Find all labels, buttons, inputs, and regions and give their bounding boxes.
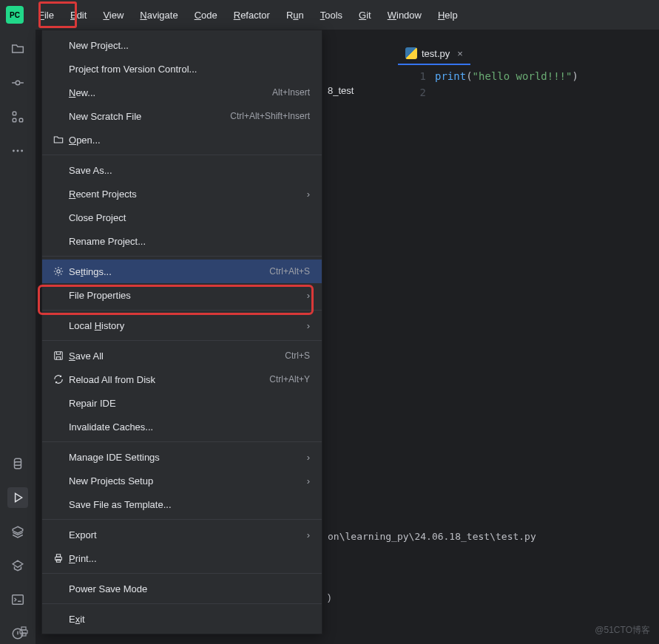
file-menu-reload-all-from-disk[interactable]: Reload All from DiskCtrl+Alt+Y	[42, 367, 322, 391]
app-logo: PC	[6, 6, 24, 24]
menu-item-label: Open...	[69, 135, 310, 146]
code-area[interactable]: print("hello world!!!")	[435, 68, 578, 101]
menu-separator	[42, 256, 322, 257]
svg-point-6	[21, 150, 23, 152]
console-path-fragment: on\learning_py\24.06.18_test\test.py	[328, 531, 536, 542]
svg-point-0	[16, 81, 20, 85]
menu-refactor[interactable]: Refactor	[226, 7, 277, 24]
file-menu-local-history[interactable]: Local History›	[42, 313, 322, 337]
file-menu-new-project[interactable]: New Project...	[42, 33, 322, 57]
run-icon[interactable]	[7, 487, 28, 508]
folder-icon	[51, 135, 66, 145]
file-menu-save-file-as-template[interactable]: Save File as Template...	[42, 492, 322, 516]
chevron-right-icon: ›	[307, 290, 310, 301]
line-gutter: 1 2	[398, 68, 435, 101]
file-menu-file-properties[interactable]: File Properties›	[42, 283, 322, 307]
print-icon	[51, 553, 66, 563]
close-tab-icon[interactable]: ×	[457, 48, 463, 59]
editor-tab-testpy[interactable]: test.py ×	[398, 43, 470, 65]
menu-edit[interactable]: Edit	[63, 7, 94, 24]
menu-help[interactable]: Help	[430, 7, 465, 24]
tab-label: test.py	[422, 48, 450, 59]
menu-navigate[interactable]: Navigate	[132, 7, 185, 24]
file-menu-new-scratch-file[interactable]: New Scratch FileCtrl+Alt+Shift+Insert	[42, 104, 322, 128]
menubar: PC FileEditViewNavigateCodeRefactorRunTo…	[0, 0, 659, 30]
file-menu-repair-ide[interactable]: Repair IDE	[42, 391, 322, 415]
svg-point-5	[17, 150, 19, 152]
menu-item-label: Manage IDE Settings	[69, 452, 301, 463]
svg-rect-15	[21, 627, 26, 630]
chevron-right-icon: ›	[307, 529, 310, 540]
menu-item-label: New Scratch File	[69, 111, 230, 122]
menu-item-label: Close Project	[69, 212, 310, 223]
file-menu-settings[interactable]: Settings...Ctrl+Alt+S	[42, 260, 322, 283]
file-menu-open[interactable]: Open...	[42, 128, 322, 152]
menu-tools[interactable]: Tools	[313, 7, 350, 24]
debug-icon[interactable]	[7, 555, 28, 576]
file-menu-rename-project[interactable]: Rename Project...	[42, 229, 322, 253]
menu-view[interactable]: View	[95, 7, 131, 24]
file-menu-save-all[interactable]: Save AllCtrl+S	[42, 344, 322, 367]
services-icon[interactable]	[7, 521, 28, 542]
shortcut-label: Ctrl+Alt+Shift+Insert	[230, 111, 310, 121]
menu-item-label: Exit	[69, 614, 310, 625]
chevron-right-icon: ›	[307, 320, 310, 331]
reload-icon	[51, 374, 66, 384]
menu-separator	[42, 340, 322, 341]
watermark: @51CTO博客	[595, 624, 650, 637]
structure-icon[interactable]	[7, 106, 28, 127]
file-menu-power-save-mode[interactable]: Power Save Mode	[42, 577, 322, 600]
file-menu-export[interactable]: Export›	[42, 523, 322, 546]
shortcut-label: Ctrl+Alt+S	[269, 266, 310, 277]
chevron-right-icon: ›	[307, 452, 310, 463]
file-menu-manage-ide-settings[interactable]: Manage IDE Settings›	[42, 445, 322, 469]
gear-icon	[51, 266, 66, 277]
menu-window[interactable]: Window	[380, 7, 429, 24]
more-icon[interactable]	[7, 140, 28, 161]
file-menu-print[interactable]: Print...	[42, 546, 322, 570]
editor-body[interactable]: 1 2 print("hello world!!!")	[398, 68, 659, 101]
editor-tabs: test.py ×	[398, 43, 470, 65]
svg-rect-12	[56, 555, 60, 557]
print-bottom-icon[interactable]	[18, 626, 30, 640]
menu-separator	[42, 155, 322, 155]
menu-run[interactable]: Run	[279, 7, 311, 24]
menu-item-label: Invalidate Caches...	[69, 421, 310, 433]
menu-file[interactable]: File	[31, 7, 61, 24]
menu-item-label: Save As...	[69, 165, 310, 176]
file-menu-exit[interactable]: Exit	[42, 607, 322, 631]
menu-item-label: Project from Version Control...	[69, 64, 310, 75]
file-dropdown-menu: New Project...Project from Version Contr…	[41, 30, 322, 634]
file-menu-new[interactable]: New...Alt+Insert	[42, 81, 322, 104]
file-menu-recent-projects[interactable]: Recent Projects›	[42, 182, 322, 206]
svg-point-9	[57, 270, 60, 273]
save-icon	[51, 350, 66, 361]
menu-item-label: New...	[69, 87, 272, 98]
project-tree-fragment: 8_test	[328, 85, 354, 96]
menu-separator	[42, 573, 322, 574]
folder-icon[interactable]	[7, 38, 28, 59]
file-menu-project-from-version-control[interactable]: Project from Version Control...	[42, 57, 322, 81]
menu-item-label: Rename Project...	[69, 236, 310, 247]
menu-separator	[42, 310, 322, 311]
menu-item-label: Repair IDE	[69, 398, 310, 409]
menu-item-label: Settings...	[69, 266, 269, 277]
file-menu-close-project[interactable]: Close Project	[42, 206, 322, 229]
commit-icon[interactable]	[7, 72, 28, 93]
file-menu-new-projects-setup[interactable]: New Projects Setup›	[42, 469, 322, 492]
menu-item-label: Reload All from Disk	[69, 374, 269, 385]
svg-point-4	[13, 150, 15, 152]
svg-rect-10	[55, 352, 63, 360]
file-menu-save-as[interactable]: Save As...	[42, 158, 322, 182]
menu-git[interactable]: Git	[351, 7, 379, 24]
menu-code[interactable]: Code	[187, 7, 225, 24]
svg-rect-16	[21, 633, 26, 636]
menu-item-label: Local History	[69, 320, 301, 331]
file-menu-invalidate-caches[interactable]: Invalidate Caches...	[42, 415, 322, 438]
svg-rect-2	[13, 118, 16, 122]
terminal-icon[interactable]	[7, 589, 28, 610]
shortcut-label: Alt+Insert	[272, 87, 310, 98]
python-console-icon[interactable]	[7, 453, 28, 474]
svg-rect-3	[19, 118, 23, 122]
menu-item-label: Recent Projects	[69, 189, 301, 200]
